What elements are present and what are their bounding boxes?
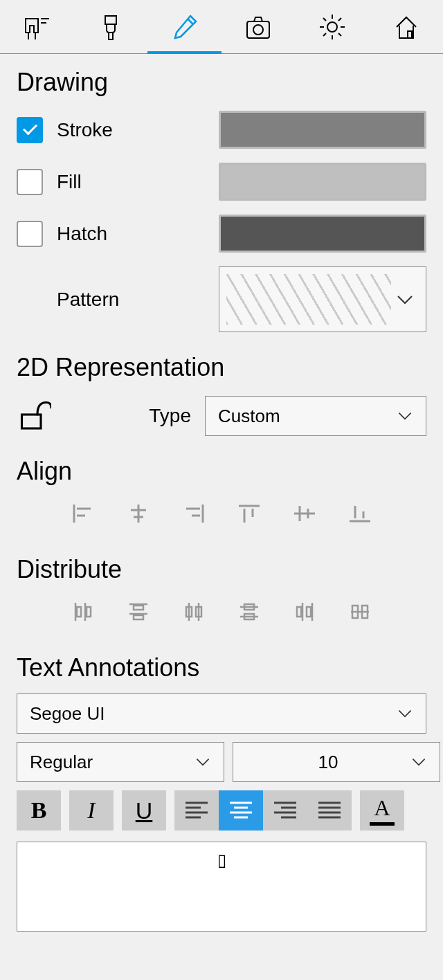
distribute-h-left-icon xyxy=(71,600,95,624)
align-center-h-button[interactable] xyxy=(125,500,152,527)
distribute-v-center-icon xyxy=(237,600,261,624)
distribute-h-left-button[interactable] xyxy=(69,598,97,626)
align-center-v-button[interactable] xyxy=(291,500,318,527)
pattern-preview xyxy=(226,274,391,325)
distribute-h-right-icon xyxy=(293,600,316,624)
align-left-icon xyxy=(71,503,95,524)
hatch-label: Hatch xyxy=(57,223,219,245)
align-right-icon xyxy=(182,503,206,524)
align-text-center-icon xyxy=(228,800,253,821)
tab-home[interactable] xyxy=(369,0,443,53)
section-drawing-title: Drawing xyxy=(0,54,443,104)
distribute-v-top-button[interactable] xyxy=(125,598,152,626)
distribute-v-top-icon xyxy=(127,600,150,624)
font-color-icon: A xyxy=(374,795,390,821)
type-value: Custom xyxy=(218,406,397,427)
align-text-right-icon xyxy=(273,800,298,821)
hatch-color-swatch[interactable] xyxy=(219,215,426,253)
svg-point-2 xyxy=(327,22,337,32)
font-size-value: 10 xyxy=(246,752,410,773)
underline-button[interactable]: U xyxy=(122,790,166,831)
caliper-icon xyxy=(23,13,51,41)
section-text-title: Text Annotations xyxy=(0,639,443,689)
align-center-h-icon xyxy=(127,503,150,524)
distribute-v-center-button[interactable] xyxy=(235,598,263,626)
fill-checkbox[interactable] xyxy=(17,169,43,195)
italic-icon: I xyxy=(87,797,95,824)
section-2d-title: 2D Representation xyxy=(0,339,443,389)
svg-rect-3 xyxy=(22,415,42,428)
tab-camera[interactable] xyxy=(222,0,296,53)
section-distribute-title: Distribute xyxy=(0,541,443,591)
align-top-icon xyxy=(237,503,261,524)
stroke-checkbox[interactable] xyxy=(17,117,43,143)
align-text-justify-button[interactable] xyxy=(307,790,352,831)
chevron-down-icon xyxy=(410,756,427,768)
fill-label: Fill xyxy=(57,171,219,193)
align-text-right-button[interactable] xyxy=(263,790,307,831)
chevron-down-icon xyxy=(397,410,413,421)
hatch-checkbox[interactable] xyxy=(17,221,43,247)
underline-icon: U xyxy=(136,797,153,824)
italic-button[interactable]: I xyxy=(69,790,114,831)
align-center-v-icon xyxy=(293,503,316,524)
brush-icon xyxy=(97,13,125,41)
distribute-h-center-button[interactable] xyxy=(180,598,208,626)
align-top-button[interactable] xyxy=(235,500,263,527)
house-icon xyxy=(392,13,420,41)
pattern-dropdown[interactable] xyxy=(219,266,426,332)
unlock-icon[interactable] xyxy=(17,397,51,435)
chevron-down-icon xyxy=(397,708,413,719)
svg-rect-0 xyxy=(247,21,269,38)
bold-icon: B xyxy=(31,797,47,824)
chevron-down-icon xyxy=(391,293,419,306)
stroke-color-swatch[interactable] xyxy=(219,111,426,149)
svg-point-1 xyxy=(253,25,263,35)
tab-light[interactable] xyxy=(296,0,370,53)
pattern-label: Pattern xyxy=(57,289,219,311)
align-left-button[interactable] xyxy=(69,500,97,527)
distribute-h-spacing-icon xyxy=(348,600,372,624)
stroke-label: Stroke xyxy=(57,119,219,141)
font-family-value: Segoe UI xyxy=(30,703,397,725)
font-color-button[interactable]: A xyxy=(360,790,404,831)
align-text-center-button[interactable] xyxy=(219,790,263,831)
bold-button[interactable]: B xyxy=(17,790,61,831)
align-bottom-icon xyxy=(348,503,372,524)
font-weight-value: Regular xyxy=(30,752,195,773)
camera-icon xyxy=(244,13,272,41)
font-family-select[interactable]: Segoe UI xyxy=(17,693,426,734)
align-bottom-button[interactable] xyxy=(346,500,374,527)
sun-icon xyxy=(318,13,346,41)
svg-rect-5 xyxy=(87,607,91,617)
align-text-justify-icon xyxy=(317,800,342,821)
tab-drawing[interactable] xyxy=(147,0,222,53)
font-size-select[interactable]: 10 xyxy=(233,742,440,782)
tab-measure[interactable] xyxy=(0,0,74,53)
fill-color-swatch[interactable] xyxy=(219,163,426,201)
distribute-h-spacing-button[interactable] xyxy=(346,598,374,626)
svg-rect-4 xyxy=(77,607,81,617)
align-text-left-button[interactable] xyxy=(174,790,219,831)
annotation-text-input[interactable]: ▯ xyxy=(17,842,426,932)
font-weight-select[interactable]: Regular xyxy=(17,742,224,782)
distribute-h-center-icon xyxy=(182,600,206,624)
svg-rect-12 xyxy=(297,607,301,617)
chevron-down-icon xyxy=(195,756,211,768)
type-select[interactable]: Custom xyxy=(205,396,426,436)
font-color-bar xyxy=(370,822,395,826)
align-right-button[interactable] xyxy=(180,500,208,527)
pencil-icon xyxy=(171,13,199,41)
tab-style[interactable] xyxy=(74,0,148,53)
section-align-title: Align xyxy=(0,443,443,493)
svg-rect-6 xyxy=(134,606,143,610)
type-label: Type xyxy=(149,405,191,427)
svg-rect-13 xyxy=(307,607,311,617)
distribute-h-right-button[interactable] xyxy=(291,598,318,626)
align-text-left-icon xyxy=(184,800,209,821)
svg-rect-7 xyxy=(134,615,143,619)
